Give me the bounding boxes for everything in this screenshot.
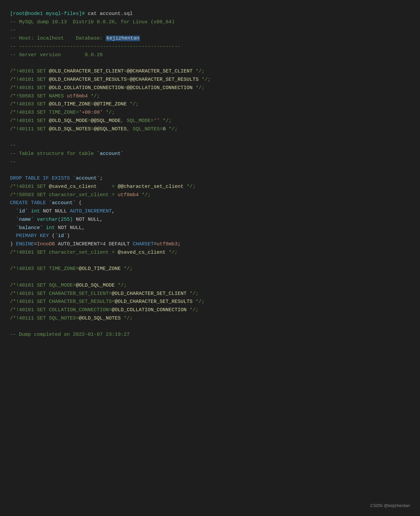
final-end-1: */; (115, 283, 127, 288)
line-primary-key: PRIMARY KEY (`id`) (10, 232, 410, 240)
set-end-6: */; (103, 110, 115, 115)
engine-ai: AUTO_INCREMENT= (55, 241, 103, 247)
create-paren: ( (76, 200, 82, 206)
line-set-7: /*!40101 SET @OLD_SQL_MODE=@@SQL_MODE, S… (10, 117, 410, 125)
field-id-notnull: NOT NULL (40, 208, 70, 214)
set-eq-3: = (124, 85, 127, 91)
line-final-2: /*!40101 SET CHARACTER_SET_CLIENT=@OLD_C… (10, 290, 410, 298)
field-name-notnull: NOT NULL, (73, 217, 103, 222)
tz-val: @OLD_TIME_ZONE (79, 266, 121, 272)
blank-4 (10, 257, 410, 265)
line-server-version: -- Server version 8.0.26 (10, 51, 410, 60)
saved-end-1: */; (184, 184, 196, 190)
final-comment-2: /*!40101 SET CHARACTER_SET_CLIENT= (10, 291, 112, 297)
line-dump-complete: -- Dump completed on 2022-01-07 23:19:27 (10, 331, 410, 339)
set-comment-6: /*!40103 SET TIME_ZONE= (10, 110, 79, 115)
line-set-5: /*!40103 SET @OLD_TIME_ZONE=@@TIME_ZONE … (10, 100, 410, 109)
line-drop: DROP TABLE IF EXISTS `account`; (10, 175, 410, 183)
field-id-type: int (31, 208, 40, 214)
line-table-comment-2: -- Table structure for table `account` (10, 150, 410, 158)
set-end-1: */; (193, 68, 205, 74)
set-var-8: @OLD_SQL_NOTES (49, 126, 91, 132)
line-set-2: /*!40101 SET @OLD_CHARACTER_SET_RESULTS=… (10, 76, 410, 84)
watermark: CSDN @kejizhentan (370, 502, 410, 509)
set-val-7: @@SQL_MODE (91, 118, 121, 124)
set-end-7: */; (160, 118, 172, 124)
drop-semi: ; (100, 176, 103, 181)
field-name-space (34, 217, 37, 222)
final-end-3: */; (193, 299, 205, 305)
line-final-3: /*!40101 SET CHARACTER_SET_RESULTS=@OLD_… (10, 298, 410, 306)
set-var-5: @OLD_TIME_ZONE (49, 101, 91, 107)
line-separator: -- -------------------------------------… (10, 43, 410, 51)
table-comment-text: -- Table structure for table (10, 151, 97, 157)
saved-val-1: @@character_set_client (118, 184, 184, 190)
set-comment-5: /*!40103 SET (10, 101, 49, 107)
restore-comment: /*!40101 SET character_set_client = (10, 250, 118, 255)
field-indent (10, 208, 16, 214)
blank-2 (10, 133, 410, 142)
set-val-1: @@CHARACTER_SET_CLIENT (127, 68, 193, 74)
field-name-type: varchar(255) (37, 217, 73, 222)
set-var-3: @OLD_COLLATION_CONNECTION (49, 85, 124, 91)
line-final-4: /*!40101 SET COLLATION_CONNECTION=@OLD_C… (10, 306, 410, 315)
line-table-comment-1: -- (10, 142, 410, 150)
final-val-2: @OLD_CHARACTER_SET_CLIENT (112, 291, 187, 297)
line-host-comment: -- Host: localhost Database: (10, 36, 106, 41)
final-val-4: @OLD_COLLATION_CONNECTION (112, 307, 187, 313)
set-end-2: */; (199, 77, 210, 82)
engine-charset: DEFAULT (106, 241, 133, 247)
set-val-5: @@TIME_ZONE (94, 101, 127, 107)
line-field-name: `name` varchar(255) NOT NULL, (10, 216, 410, 224)
pk-indent (10, 233, 16, 239)
line-comment-1: -- MySQL dump 10.13 Distrib 8.0.26, for … (10, 18, 410, 27)
pk-paren1: ( (52, 233, 55, 239)
final-comment-5: /*!40111 SET SQL_NOTES= (10, 316, 79, 321)
line-restore-cs: /*!40101 SET character_set_client = @sav… (10, 249, 410, 257)
set-num-8: 0 (163, 126, 166, 132)
saved-eq-1: = (97, 184, 118, 190)
create-kw: CREATE TABLE (10, 200, 49, 206)
set-var-7: @OLD_SQL_MODE (49, 118, 88, 124)
table-name-comment: `account` (97, 151, 124, 157)
blank-1 (10, 60, 410, 68)
line-final-5: /*!40111 SET SQL_NOTES=@OLD_SQL_NOTES */… (10, 315, 410, 323)
final-comment-3: /*!40101 SET CHARACTER_SET_RESULTS= (10, 299, 115, 305)
final-val-3: @OLD_CHARACTER_SET_RESULTS (115, 299, 193, 305)
restore-val: @saved_cs_client (118, 250, 166, 255)
terminal-window: [root@node1 mysql-files]# cat account.sq… (10, 7, 410, 342)
saved-comment-1: /*!40101 SET (10, 184, 49, 190)
final-val-5: @OLD_SQL_NOTES (79, 316, 121, 321)
field-id-auto: AUTO_INCREMENT (70, 208, 112, 214)
line-table-comment-3: -- (10, 158, 410, 167)
blank-6 (10, 323, 410, 331)
engine-charset-kw: CHARSET (133, 241, 154, 247)
line-set-charset: /*!50503 SET character_set_client = utf8… (10, 191, 410, 199)
tz-end: */; (121, 266, 133, 272)
field-balance-space (43, 225, 46, 231)
set-eq-1: = (124, 68, 127, 74)
line-set-saved: /*!40101 SET @saved_cs_client = @@charac… (10, 183, 410, 191)
engine-semi: ; (178, 241, 181, 247)
engine-charset-eq: = (154, 241, 157, 247)
saved-var-1: @saved_cs_client (49, 184, 97, 190)
line-field-balance: `balance` int NOT NULL, (10, 224, 410, 232)
line-engine: ) ENGINE=InnoDB AUTO_INCREMENT=4 DEFAULT… (10, 240, 410, 249)
set-var-2: @OLD_CHARACTER_SET_RESULTS (49, 77, 127, 82)
set-comment-1: /*!40101 SET (10, 68, 49, 74)
field-balance-notnull: NOT NULL, (55, 225, 85, 231)
set-val-8: @@SQL_NOTES (94, 126, 127, 132)
line-host: -- Host: localhost Database: kejizhentan (10, 35, 410, 43)
final-end-4: */; (187, 307, 199, 313)
set-eq-2: = (127, 77, 130, 82)
set-comment-2: /*!40101 SET (10, 77, 49, 82)
set-comma-8: , SQL_NOTES= (127, 126, 163, 132)
set-comment-8: /*!40111 SET (10, 126, 49, 132)
drop-kw: DROP TABLE IF EXISTS (10, 176, 73, 181)
line-final-1: /*!40101 SET SQL_MODE=@OLD_SQL_MODE */; (10, 282, 410, 290)
field-id-space (28, 208, 31, 214)
line-field-id: `id` int NOT NULL AUTO_INCREMENT, (10, 207, 410, 216)
line-set-1: /*!40101 SET @OLD_CHARACTER_SET_CLIENT=@… (10, 67, 410, 76)
set-comment-7: /*!40101 SET (10, 118, 49, 124)
field-balance-col: `balance` (16, 225, 43, 231)
